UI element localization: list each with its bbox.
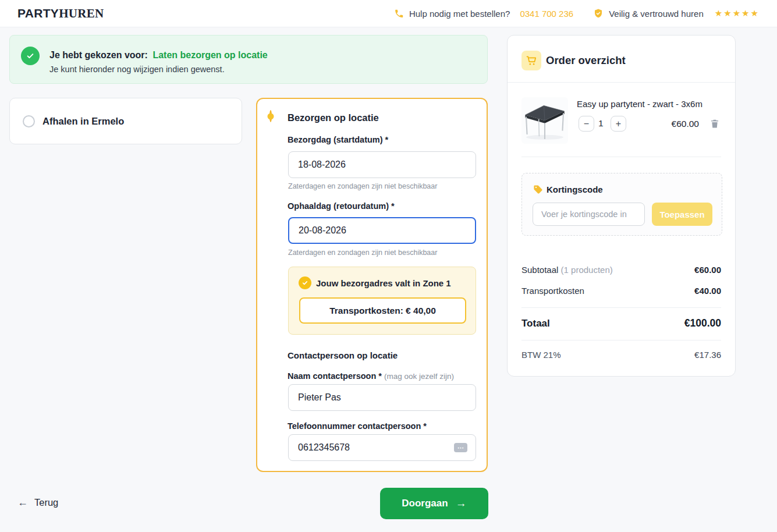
arrow-right-icon: → xyxy=(456,497,467,510)
divider xyxy=(521,307,721,308)
contact-phone-input[interactable] xyxy=(288,434,476,461)
pickup-radio[interactable] xyxy=(23,115,35,127)
order-summary-panel: Order overzicht Easy up partytent - zwar… xyxy=(507,35,736,377)
total-label: Totaal xyxy=(521,318,550,329)
subtotal-row: Subtotaal (1 producten) €60.00 xyxy=(521,265,721,275)
pickup-option-label: Afhalen in Ermelo xyxy=(42,116,124,127)
transport-row: Transportkosten €40.00 xyxy=(521,286,721,296)
autofill-icon[interactable]: ⋯ xyxy=(454,443,467,452)
return-date-helper: Zaterdagen en zondagen zijn niet beschik… xyxy=(288,249,437,257)
star-icon: ★ xyxy=(723,8,732,18)
site-logo[interactable]: PARTYHUREN xyxy=(17,6,104,21)
shield-check-icon xyxy=(593,8,604,19)
star-icon: ★ xyxy=(715,8,723,18)
order-summary-title: Order overzicht xyxy=(546,54,626,67)
subtotal-count: (1 producten) xyxy=(561,265,613,275)
subtotal-value: €60.00 xyxy=(694,265,721,275)
top-header: PARTYHUREN Hulp nodig met bestellen? 034… xyxy=(0,0,777,27)
delivery-date-label: Bezorgdag (startdatum) * xyxy=(288,135,388,144)
divider xyxy=(521,340,721,341)
return-date-input[interactable] xyxy=(288,217,476,244)
contact-name-hint: (mag ook jezelf zijn) xyxy=(384,372,454,381)
delivery-radio[interactable] xyxy=(269,110,272,122)
divider xyxy=(508,82,735,83)
phone-icon xyxy=(394,9,404,19)
rating-stars: ★★★★★ xyxy=(715,8,760,19)
zone-message: Jouw bezorgadres valt in Zone 1 xyxy=(316,278,451,288)
checkout-page: PARTYHUREN Hulp nodig met bestellen? 034… xyxy=(0,0,777,532)
check-circle-icon xyxy=(21,47,40,65)
contact-phone-label: Telefoonnummer contactpersoon * xyxy=(288,421,427,431)
back-link[interactable]: ← Terug xyxy=(17,496,58,509)
phone-number-link[interactable]: 0341 700 236 xyxy=(520,9,573,19)
chosen-option-banner: Je hebt gekozen voor: Laten bezorgen op … xyxy=(9,35,488,84)
continue-button[interactable]: Doorgaan → xyxy=(380,488,488,519)
star-icon: ★ xyxy=(741,8,750,18)
discount-code-input[interactable] xyxy=(533,203,645,226)
product-name: Easy up partytent - zwart - 3x6m xyxy=(577,99,723,109)
total-row: Totaal €100.00 xyxy=(521,317,721,329)
transport-value: €40.00 xyxy=(694,286,721,296)
product-image xyxy=(521,97,568,144)
delivery-date-helper: Zaterdagen en zondagen zijn niet beschik… xyxy=(288,182,437,190)
logo-text-huren: HUREN xyxy=(59,6,104,20)
delivery-option-card: Bezorgen op locatie Bezorgdag (startdatu… xyxy=(256,98,488,472)
trust-group: Veilig & vertrouwd huren ★★★★★ xyxy=(593,8,760,19)
pickup-option-card[interactable]: Afhalen in Ermelo xyxy=(9,98,242,144)
return-date-label: Ophaaldag (retourdatum) * xyxy=(288,201,395,211)
tag-icon xyxy=(533,185,543,197)
subtotal-label: Subtotaal (1 producten) xyxy=(521,265,613,275)
contact-name-label: Naam contactpersoon * (mag ook jezelf zi… xyxy=(288,371,454,381)
star-icon: ★ xyxy=(751,8,760,18)
contact-name-input[interactable] xyxy=(288,384,476,411)
vat-value: €17.36 xyxy=(694,350,721,360)
help-group: Hulp nodig met bestellen? 0341 700 236 xyxy=(394,9,573,19)
zone-info-box: Jouw bezorgadres valt in Zone 1 Transpor… xyxy=(288,267,476,335)
transport-cost-box: Transportkosten: € 40,00 xyxy=(299,297,466,324)
header-right: Hulp nodig met bestellen? 0341 700 236 V… xyxy=(394,8,760,19)
arrow-left-icon: ← xyxy=(17,496,28,509)
star-icon: ★ xyxy=(733,8,741,18)
discount-code-box: Kortingscode Toepassen xyxy=(521,173,722,236)
banner-title-prefix: Je hebt gekozen voor: xyxy=(49,50,148,60)
discount-title: Kortingscode xyxy=(547,185,603,194)
zone-check-icon xyxy=(299,276,311,289)
back-label: Terug xyxy=(34,497,58,508)
trust-text: Veilig & vertrouwd huren xyxy=(609,9,704,19)
product-price: €60.00 xyxy=(672,119,699,129)
logo-text-party: PARTY xyxy=(17,6,59,20)
apply-discount-button[interactable]: Toepassen xyxy=(652,203,712,226)
banner-title-choice: Laten bezorgen op locatie xyxy=(152,50,267,60)
quantity-value: 1 xyxy=(598,118,604,129)
trash-icon[interactable] xyxy=(709,118,720,129)
delivery-date-input[interactable] xyxy=(288,151,476,178)
transport-label: Transportkosten xyxy=(521,286,584,296)
delivery-option-label: Bezorgen op locatie xyxy=(288,112,379,123)
continue-label: Doorgaan xyxy=(402,498,448,509)
banner-subtitle: Je kunt hieronder nog wijzigen indien ge… xyxy=(49,65,225,74)
vat-row: BTW 21% €17.36 xyxy=(521,350,721,360)
total-value: €100.00 xyxy=(684,317,721,329)
contact-heading: Contactpersoon op locatie xyxy=(288,350,398,360)
divider xyxy=(521,157,721,157)
cart-icon xyxy=(521,51,541,70)
help-text: Hulp nodig met bestellen? xyxy=(409,9,510,19)
vat-label: BTW 21% xyxy=(521,350,561,360)
quantity-increase-button[interactable]: + xyxy=(611,116,626,132)
banner-title: Je hebt gekozen voor: Laten bezorgen op … xyxy=(49,50,268,61)
quantity-decrease-button[interactable]: − xyxy=(579,116,594,132)
